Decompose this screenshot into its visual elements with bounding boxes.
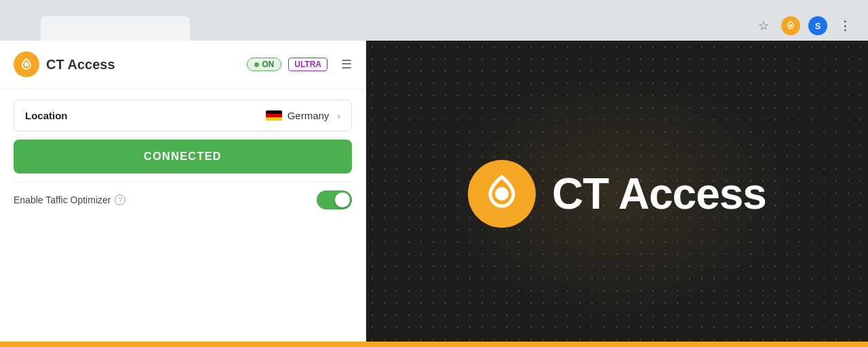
- info-icon[interactable]: ?: [115, 195, 125, 205]
- traffic-optimizer-row: Enable Taffic Optimizer ?: [14, 182, 352, 212]
- popup-body: Location Germany › CONNECTED Enable Taff…: [0, 89, 366, 223]
- optimizer-label-text: Enable Taffic Optimizer: [14, 195, 111, 205]
- bottom-bar: [0, 342, 868, 347]
- brand-content: CT Access: [468, 160, 766, 228]
- status-on-label: ON: [262, 60, 274, 69]
- germany-flag-icon: [266, 110, 282, 121]
- app-logo: [14, 52, 39, 77]
- brand-side: CT Access: [366, 41, 868, 347]
- optimizer-label: Enable Taffic Optimizer ?: [14, 195, 125, 205]
- browser-menu-icon[interactable]: ⋮: [835, 16, 854, 35]
- country-name: Germany: [288, 110, 330, 121]
- bookmark-icon[interactable]: ☆: [754, 16, 773, 35]
- toggle-knob: [335, 192, 350, 207]
- browser-toolbar: ☆ S ⋮: [754, 16, 854, 35]
- user-avatar-icon[interactable]: S: [808, 16, 827, 35]
- app-name: CT Access: [46, 57, 240, 73]
- browser-chrome: ☆ S ⋮: [0, 0, 868, 41]
- browser-tab[interactable]: [41, 16, 190, 41]
- svg-point-1: [24, 62, 28, 66]
- location-label: Location: [25, 110, 68, 121]
- vpn-popup-panel: CT Access ON ULTRA ☰ Location Germany: [0, 41, 366, 347]
- vpn-logo-icon: [19, 57, 34, 72]
- hamburger-menu-icon[interactable]: ☰: [341, 57, 352, 72]
- chevron-right-icon: ›: [337, 110, 340, 121]
- location-value: Germany ›: [266, 110, 340, 121]
- status-dot: [254, 62, 259, 67]
- brand-logo-circle: [468, 160, 536, 228]
- popup-header: CT Access ON ULTRA ☰: [0, 41, 366, 89]
- svg-point-0: [789, 24, 792, 27]
- brand-name: CT Access: [552, 169, 766, 219]
- main-area: CT Access ON ULTRA ☰ Location Germany: [0, 41, 868, 347]
- brand-logo-svg: [481, 174, 522, 214]
- ultra-badge: ULTRA: [288, 58, 328, 71]
- status-on-badge: ON: [247, 58, 281, 71]
- ct-access-extension-icon[interactable]: [781, 16, 800, 35]
- svg-point-2: [495, 187, 509, 201]
- traffic-optimizer-toggle[interactable]: [317, 190, 352, 209]
- connected-button[interactable]: CONNECTED: [14, 140, 352, 174]
- location-selector[interactable]: Location Germany ›: [14, 100, 352, 131]
